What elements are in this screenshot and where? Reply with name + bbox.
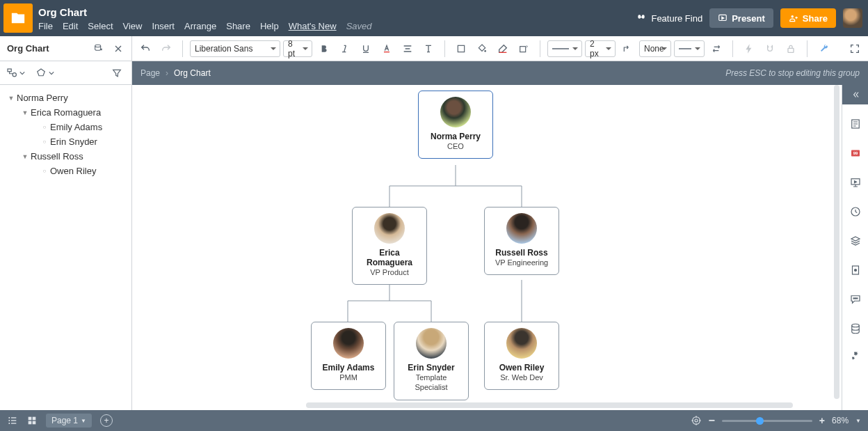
actions-panel-icon[interactable] bbox=[846, 348, 865, 368]
app-logo[interactable] bbox=[3, 3, 33, 33]
data-panel-icon[interactable] bbox=[846, 319, 865, 338]
wrench-icon[interactable] bbox=[814, 40, 833, 58]
slides-panel-icon[interactable] bbox=[846, 173, 865, 192]
svg-rect-33 bbox=[33, 421, 36, 425]
share-button[interactable]: Share bbox=[780, 8, 836, 28]
shape-insert-button[interactable] bbox=[35, 67, 54, 79]
shape-style-icon[interactable] bbox=[515, 40, 533, 58]
redo-icon bbox=[157, 40, 175, 58]
menu-help[interactable]: Help bbox=[260, 21, 279, 31]
undo-icon[interactable] bbox=[136, 40, 154, 58]
menu-whatsnew[interactable]: What's New bbox=[289, 21, 337, 31]
notes-panel-icon[interactable] bbox=[846, 114, 865, 134]
svg-point-23 bbox=[851, 324, 859, 327]
grid-view-icon[interactable] bbox=[26, 415, 38, 426]
avatar bbox=[416, 328, 447, 359]
present-button[interactable]: Present bbox=[709, 8, 773, 28]
org-node-ceo[interactable]: Norma Perry CEO bbox=[418, 91, 493, 159]
svg-rect-30 bbox=[29, 417, 32, 421]
zoom-slider[interactable] bbox=[722, 420, 812, 422]
vertical-scrollbar[interactable] bbox=[834, 85, 839, 399]
border-color-icon[interactable] bbox=[494, 40, 512, 58]
layers-panel-icon[interactable] bbox=[846, 231, 865, 251]
text-options-icon[interactable] bbox=[419, 40, 437, 58]
tree-item[interactable]: ▼Norma Perry bbox=[4, 91, 127, 105]
align-icon[interactable] bbox=[399, 40, 417, 58]
line-end-dropdown[interactable] bbox=[674, 40, 705, 57]
shape-library-button[interactable] bbox=[6, 67, 25, 79]
zoom-in-icon[interactable]: + bbox=[819, 415, 825, 426]
tree-item[interactable]: ○Emily Adams bbox=[4, 120, 127, 134]
italic-icon[interactable] bbox=[336, 40, 354, 58]
org-node-vp-product[interactable]: Erica Romaguera VP Product bbox=[352, 207, 427, 285]
list-view-icon[interactable] bbox=[7, 415, 18, 426]
svg-point-34 bbox=[692, 417, 700, 425]
filter-icon[interactable] bbox=[108, 64, 126, 82]
svg-rect-10 bbox=[788, 48, 794, 52]
page-settings-icon[interactable] bbox=[846, 260, 865, 280]
org-node-vp-engineering[interactable]: Russell Ross VP Engineering bbox=[484, 207, 559, 275]
svg-rect-3 bbox=[384, 52, 389, 52]
binoculars-icon bbox=[636, 13, 647, 24]
menu-view[interactable]: View bbox=[123, 21, 143, 31]
svg-point-5 bbox=[484, 50, 486, 52]
fullscreen-icon[interactable] bbox=[846, 40, 864, 58]
menu-select[interactable]: Select bbox=[88, 21, 113, 31]
line-style-dropdown[interactable] bbox=[547, 40, 582, 57]
comments-panel-icon[interactable] bbox=[846, 290, 865, 309]
menu-file[interactable]: File bbox=[38, 21, 53, 31]
fill-shape-icon[interactable] bbox=[452, 40, 470, 58]
tree-item[interactable]: ▼Russell Ross bbox=[4, 149, 127, 164]
breadcrumb-root[interactable]: Page bbox=[140, 68, 160, 78]
org-node-pmm[interactable]: Emily Adams PMM bbox=[311, 322, 386, 390]
metrics-panel-icon[interactable]: 99 bbox=[846, 143, 865, 163]
history-panel-icon[interactable] bbox=[846, 202, 865, 221]
org-node-webdev[interactable]: Owen Riley Sr. Web Dev bbox=[484, 322, 559, 390]
collapse-icon[interactable]: ▼ bbox=[21, 153, 29, 160]
zoom-out-icon[interactable]: − bbox=[709, 414, 715, 427]
tree-item[interactable]: ▼Erica Romaguera bbox=[4, 105, 127, 120]
horizontal-scrollbar[interactable] bbox=[306, 402, 793, 408]
magnet-icon bbox=[761, 40, 779, 58]
collapse-icon[interactable]: ▼ bbox=[7, 95, 15, 102]
target-icon[interactable] bbox=[691, 415, 702, 426]
chevron-down-icon bbox=[19, 70, 25, 76]
line-route-icon[interactable] bbox=[618, 40, 636, 58]
canvas[interactable]: Norma Perry CEO Erica Romaguera VP Produ… bbox=[132, 85, 842, 410]
tree-item[interactable]: ○Owen Riley bbox=[4, 164, 127, 178]
zoom-level[interactable]: 68% bbox=[832, 416, 849, 425]
tree-item[interactable]: ○Erin Snyder bbox=[4, 134, 127, 149]
swap-ends-icon[interactable] bbox=[707, 40, 725, 58]
font-size-dropdown[interactable]: 8 pt bbox=[283, 40, 312, 57]
chevron-down-icon[interactable]: ▼ bbox=[855, 418, 861, 424]
collapse-right-icon[interactable] bbox=[842, 85, 868, 104]
avatar bbox=[506, 328, 537, 359]
menu-insert[interactable]: Insert bbox=[152, 21, 175, 31]
svg-point-12 bbox=[13, 72, 16, 76]
underline-icon[interactable] bbox=[357, 40, 375, 58]
menu-bar: File Edit Select View Insert Arrange Sha… bbox=[38, 21, 636, 31]
svg-rect-32 bbox=[29, 421, 32, 425]
menu-arrange[interactable]: Arrange bbox=[184, 21, 216, 31]
text-color-icon[interactable] bbox=[378, 40, 396, 58]
line-width-dropdown[interactable]: 2 px bbox=[585, 40, 616, 57]
svg-rect-25 bbox=[11, 417, 16, 418]
fill-bucket-icon[interactable] bbox=[473, 40, 491, 58]
line-start-dropdown[interactable]: None bbox=[639, 40, 671, 57]
flowchart-icon bbox=[6, 67, 18, 79]
add-page-button[interactable]: + bbox=[100, 414, 113, 427]
bold-icon[interactable] bbox=[315, 40, 333, 58]
feature-find-button[interactable]: Feature Find bbox=[636, 13, 702, 24]
close-panel-icon[interactable] bbox=[109, 40, 127, 58]
document-title[interactable]: Org Chart bbox=[38, 5, 636, 19]
chevron-down-icon: ▼ bbox=[81, 418, 86, 424]
collapse-icon[interactable]: ▼ bbox=[21, 109, 29, 116]
org-node-template-specialist[interactable]: Erin Snyder Template Specialist bbox=[394, 322, 469, 400]
bullet-icon: ○ bbox=[40, 139, 49, 145]
menu-edit[interactable]: Edit bbox=[63, 21, 78, 31]
menu-share[interactable]: Share bbox=[226, 21, 250, 31]
font-family-dropdown[interactable]: Liberation Sans bbox=[190, 40, 280, 57]
page-selector[interactable]: Page 1 ▼ bbox=[46, 414, 92, 428]
user-avatar[interactable] bbox=[843, 8, 862, 28]
data-link-icon[interactable] bbox=[90, 40, 108, 58]
